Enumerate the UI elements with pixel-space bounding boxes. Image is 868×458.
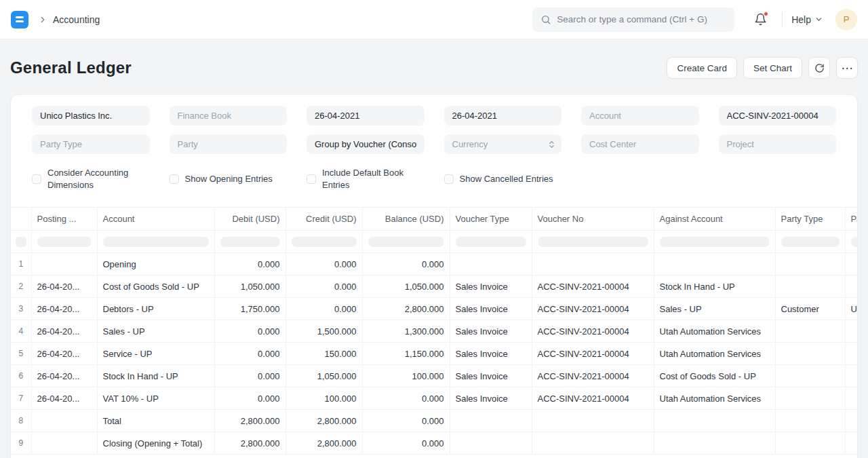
table-cell-account[interactable]: Service - UP [97,343,214,365]
table-cell-voucher_no[interactable] [532,253,654,275]
column-filter-voucher_no[interactable] [538,237,648,247]
table-cell-voucher_no[interactable]: ACC-SINV-2021-00004 [532,298,654,320]
table-cell-against_account[interactable] [654,410,775,432]
finance-book-filter[interactable] [170,106,288,126]
table-cell-against_account[interactable]: Utah Automation Services [654,320,775,343]
table-cell-voucher_type[interactable]: Sales Invoice [450,343,532,365]
table-cell-voucher_type[interactable] [450,432,532,455]
table-cell-account[interactable]: Closing (Opening + Total) [97,432,214,455]
column-header-account[interactable]: Account [97,208,214,231]
create-card-button[interactable]: Create Card [667,57,737,79]
table-cell-voucher_type[interactable] [450,410,532,432]
table-cell-posting_date[interactable]: 26-04-20... [31,365,97,387]
group-by-filter[interactable] [307,134,425,154]
app-logo-icon[interactable] [11,11,28,28]
breadcrumb-accounting[interactable]: Accounting [53,14,100,25]
table-cell-party[interactable] [845,343,857,365]
table-cell-balance[interactable]: 0.000 [362,410,450,432]
column-header-party[interactable]: Party [845,208,857,231]
column-filter-party_type[interactable] [781,237,840,247]
column-filter-voucher_type[interactable] [456,237,526,247]
table-cell-against_account[interactable] [654,253,775,275]
table-cell-party_type[interactable] [775,410,845,432]
column-header-party_type[interactable]: Party Type [775,208,845,231]
voucher-no-filter[interactable] [719,106,837,126]
table-cell-debit[interactable]: 0.000 [214,387,285,410]
column-filter-party[interactable] [851,237,858,247]
table-cell-party[interactable] [845,432,857,455]
table-cell-balance[interactable]: 1,300.000 [362,320,450,343]
table-cell-voucher_type[interactable]: Sales Invoice [450,365,532,387]
refresh-button[interactable] [808,57,830,79]
table-cell-credit[interactable]: 150.000 [285,343,362,365]
column-header-against_account[interactable]: Against Account [654,208,775,231]
more-menu-button[interactable]: ⋯ [836,57,858,79]
consider-accounting-dimensions-checkbox[interactable] [32,174,41,184]
table-cell-credit[interactable]: 2,800.000 [285,410,362,432]
table-cell-posting_date[interactable]: 26-04-20... [31,387,97,410]
table-cell-voucher_no[interactable] [532,432,654,455]
table-cell-debit[interactable]: 2,800.000 [214,410,285,432]
table-cell-balance[interactable]: 0.000 [362,432,450,455]
table-cell-debit[interactable]: 0.000 [214,365,285,387]
table-cell-voucher_no[interactable]: ACC-SINV-2021-00004 [532,275,654,298]
user-avatar[interactable]: P [835,9,857,31]
table-cell-debit[interactable]: 2,800.000 [214,432,285,455]
table-cell-party[interactable] [845,410,857,432]
search-input[interactable] [557,14,726,24]
column-filter-credit[interactable] [292,237,357,247]
table-cell-party_type[interactable] [775,275,845,298]
table-cell-credit[interactable]: 1,050.000 [285,365,362,387]
table-cell-debit[interactable]: 1,750.000 [214,298,285,320]
table-cell-voucher_type[interactable]: Sales Invoice [450,320,532,343]
table-cell-party_type[interactable] [775,432,845,455]
column-header-voucher_type[interactable]: Voucher Type [450,208,532,231]
table-cell-voucher_no[interactable] [532,410,654,432]
column-header-posting_date[interactable]: Posting ... [31,208,97,231]
column-filter-balance[interactable] [368,237,444,247]
table-cell-credit[interactable]: 0.000 [285,253,362,275]
column-header-debit[interactable]: Debit (USD) [214,208,285,231]
table-cell-debit[interactable]: 0.000 [214,320,285,343]
column-filter-against_account[interactable] [660,237,770,247]
set-chart-button[interactable]: Set Chart [743,57,802,79]
table-cell-balance[interactable]: 1,050.000 [362,275,450,298]
table-cell-posting_date[interactable]: 26-04-20... [31,275,97,298]
show-cancelled-entries-checkbox[interactable] [444,174,454,184]
table-cell-party[interactable] [845,253,857,275]
table-cell-against_account[interactable]: Utah Automation Services [654,387,775,410]
table-cell-voucher_type[interactable]: Sales Invoice [450,298,532,320]
table-cell-account[interactable]: Debtors - UP [97,298,214,320]
table-cell-balance[interactable]: 1,150.000 [362,343,450,365]
table-cell-posting_date[interactable]: 26-04-20... [31,298,97,320]
table-cell-voucher_no[interactable]: ACC-SINV-2021-00004 [532,343,654,365]
account-filter[interactable] [581,106,699,126]
show-opening-entries-checkbox[interactable] [170,174,179,184]
currency-select[interactable]: Currency [444,134,562,154]
company-filter[interactable] [32,106,150,126]
include-default-book-entries-checkbox[interactable] [307,174,316,184]
table-cell-credit[interactable]: 2,800.000 [285,432,362,455]
table-cell-balance[interactable]: 0.000 [362,387,450,410]
table-cell-party[interactable] [845,320,857,343]
table-cell-against_account[interactable]: Stock In Hand - UP [654,275,775,298]
table-cell-debit[interactable]: 0.000 [214,343,285,365]
global-search[interactable] [532,7,734,32]
to-date-filter[interactable] [444,106,562,126]
table-cell-against_account[interactable]: Sales - UP [654,298,775,320]
help-menu[interactable]: Help [791,14,823,25]
table-cell-party[interactable] [845,365,857,387]
table-cell-party_type[interactable]: Customer [775,298,845,320]
table-cell-posting_date[interactable] [31,432,97,455]
table-cell-against_account[interactable] [654,432,775,455]
party-filter[interactable] [170,134,288,154]
table-cell-party_type[interactable] [775,387,845,410]
table-cell-voucher_type[interactable] [450,253,532,275]
cost-center-filter[interactable] [581,134,699,154]
table-cell-against_account[interactable]: Cost of Goods Sold - UP [654,365,775,387]
table-cell-party_type[interactable] [775,253,845,275]
table-cell-voucher_no[interactable]: ACC-SINV-2021-00004 [532,365,654,387]
table-cell-voucher_type[interactable]: Sales Invoice [450,387,532,410]
table-cell-debit[interactable]: 1,050.000 [214,275,285,298]
table-cell-posting_date[interactable] [31,253,97,275]
